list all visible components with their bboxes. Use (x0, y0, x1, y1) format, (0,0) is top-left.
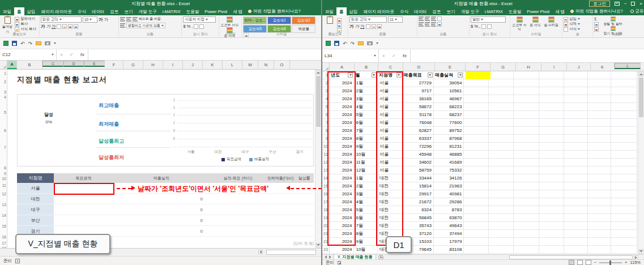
highlighted-yellow-cell-F1[interactable] (466, 71, 491, 79)
increase-decimal-button[interactable] (194, 24, 198, 29)
ribbon-tab-10[interactable]: i-MATRIX (160, 7, 184, 15)
header-cell-B1[interactable]: 월 (354, 71, 378, 79)
ribbon-tab-9[interactable]: 개발 도구 (136, 7, 160, 15)
select-all-corner[interactable] (0, 61, 7, 69)
row-header-6[interactable]: 6 (0, 129, 6, 132)
column-header-B[interactable]: B (355, 63, 378, 71)
cell-H10[interactable] (514, 143, 539, 151)
cell-I18[interactable] (539, 206, 565, 214)
cell-G2[interactable] (489, 79, 514, 87)
report-value-cell[interactable]: 0 (113, 215, 210, 226)
font-size-select[interactable]: 11 (388, 16, 403, 23)
cell-K11[interactable] (588, 151, 612, 159)
ribbon-tab-10[interactable]: i-MATRIX (482, 7, 506, 15)
cell-J12[interactable] (564, 159, 588, 166)
cell-J23[interactable] (564, 246, 588, 254)
cell-L2[interactable] (611, 79, 637, 87)
cell-J15[interactable] (564, 182, 588, 190)
header-cell-H1[interactable] (514, 71, 539, 79)
ribbon-tab-8[interactable]: 보기 (444, 7, 458, 15)
underline-button[interactable]: 가 (360, 24, 365, 29)
header-cell-I1[interactable] (539, 71, 565, 79)
report-value-cell[interactable] (295, 215, 314, 226)
macro-record-icon[interactable] (15, 259, 20, 263)
cell-L8[interactable] (611, 127, 637, 135)
cell-G14[interactable] (489, 174, 514, 182)
cell-L23[interactable] (611, 246, 637, 254)
cell-G9[interactable] (489, 135, 514, 143)
row-header-4[interactable]: 4 (0, 95, 6, 99)
cell-D8[interactable]: 62827 (403, 127, 434, 135)
cell-I6[interactable] (539, 111, 565, 119)
bold-button[interactable]: 가 (349, 24, 354, 29)
cell-B6[interactable]: 5월 (354, 111, 378, 119)
cell-B12[interactable]: 11월 (354, 159, 378, 166)
number-format-select[interactable]: 사용자 지정 (183, 16, 216, 23)
cell-K12[interactable] (588, 159, 612, 166)
cells-button-3[interactable]: 서식 (564, 27, 591, 32)
cell-D4[interactable]: 36165 (403, 95, 434, 103)
cell-K16[interactable] (588, 190, 612, 198)
cell-H5[interactable] (514, 103, 539, 111)
align-center-icon[interactable] (425, 22, 430, 27)
align-right-icon[interactable] (431, 22, 436, 27)
cell-D19[interactable]: 56845 (403, 214, 434, 222)
cell-K23[interactable] (588, 246, 612, 254)
header-cell-G1[interactable] (489, 71, 514, 79)
report-value-cell[interactable] (295, 204, 314, 215)
cell-I21[interactable] (539, 230, 565, 238)
cell-E20[interactable]: 49643 (434, 222, 464, 230)
save-button[interactable] (334, 41, 339, 46)
zoom-out-button[interactable]: − (594, 260, 596, 265)
report-branch-cell[interactable]: 서울 (17, 183, 54, 194)
cell-H20[interactable] (514, 222, 539, 230)
row-header-8[interactable]: 8 (0, 166, 6, 170)
cell-I20[interactable] (539, 222, 565, 230)
clipboard-item-2[interactable]: 복사 (15, 22, 38, 27)
style-chip-3[interactable]: 강조색2 (292, 16, 315, 24)
row-header-2[interactable]: 2 (0, 80, 6, 84)
report-value-cell[interactable] (54, 204, 113, 215)
cut-icon[interactable] (337, 18, 342, 23)
cell-B2[interactable]: 1월 (354, 79, 378, 87)
cell-L7[interactable] (611, 119, 637, 127)
column-header-N[interactable]: N (258, 61, 274, 69)
cell-K7[interactable] (588, 119, 612, 127)
styles-button-2[interactable]: 표 서식 (527, 16, 543, 27)
align-bottom-icon[interactable] (431, 16, 436, 21)
orientation-button[interactable] (437, 16, 442, 21)
kpi-link-3[interactable]: 달성률최고 (99, 138, 124, 145)
cell-B13[interactable]: 12월 (354, 166, 378, 174)
cell-H3[interactable] (514, 87, 539, 95)
align-left-icon[interactable] (120, 23, 125, 28)
styles-button-1[interactable]: 조건부 서식 (220, 16, 238, 27)
cell-E5[interactable]: 68223 (434, 103, 464, 111)
cell-G6[interactable] (489, 111, 514, 119)
decrease-decimal-button[interactable] (487, 24, 492, 29)
italic-button[interactable]: 가 (355, 24, 360, 29)
cancel-icon[interactable]: × (382, 53, 385, 58)
cell-G4[interactable] (489, 95, 514, 103)
column-header-L[interactable]: L (615, 63, 641, 69)
cell-H14[interactable] (514, 174, 539, 182)
cell-I10[interactable] (539, 143, 565, 151)
cell-J5[interactable] (564, 103, 588, 111)
cell-K17[interactable] (588, 198, 612, 206)
cell-E10[interactable]: 81231 (434, 143, 464, 151)
cell-J7[interactable] (564, 119, 588, 127)
cell-J17[interactable] (564, 198, 588, 206)
cell-F6[interactable] (464, 111, 489, 119)
tell-me-search[interactable]: 어떤 작업을 원하시나요? (245, 7, 303, 15)
cell-L19[interactable] (611, 214, 637, 222)
camera-button[interactable] (45, 41, 50, 45)
cell-H4[interactable] (514, 95, 539, 103)
scroll-down-button[interactable] (316, 243, 321, 247)
report-branch-cell[interactable]: 대구 (17, 204, 54, 215)
cell-G12[interactable] (489, 159, 514, 166)
camera-button[interactable] (367, 41, 373, 45)
scroll-up-button[interactable] (639, 72, 643, 76)
ribbon-display-options-icon[interactable] (615, 2, 620, 6)
report-value-cell[interactable] (210, 204, 266, 215)
cell-F7[interactable] (464, 119, 489, 127)
row-header-10[interactable]: 10 (0, 177, 6, 181)
